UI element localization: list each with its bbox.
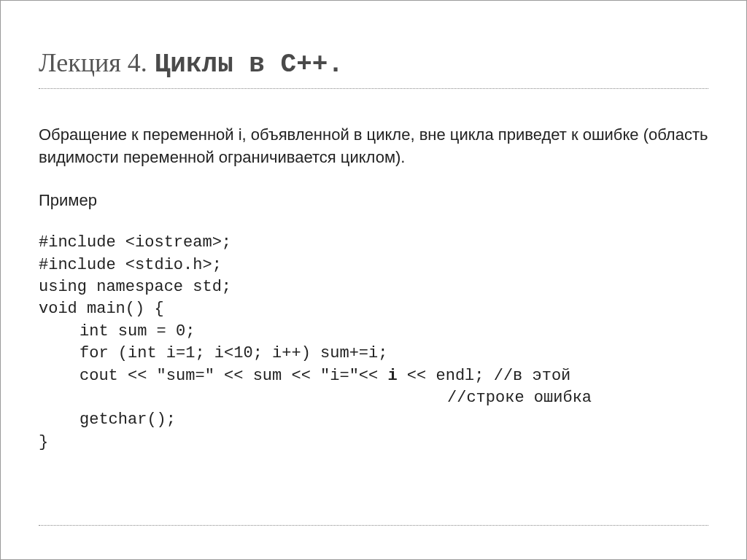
code-line-8: //строке ошибка: [39, 387, 592, 409]
code-line-7c: << endl; //в этой: [398, 367, 571, 385]
paragraph-text: Обращение к переменной i, объявленной в …: [39, 124, 708, 169]
code-block: #include <iostream>; #include <stdio.h>;…: [39, 232, 708, 454]
bottom-divider: [39, 525, 708, 526]
code-line-3: using namespace std;: [39, 278, 231, 296]
slide-content: Обращение к переменной i, объявленной в …: [39, 124, 708, 454]
code-line-2: #include <stdio.h>;: [39, 256, 222, 274]
title-lecture-number: Лекция 4.: [39, 47, 147, 78]
code-line-10: }: [39, 433, 48, 451]
code-line-7a: cout << "sum=" << sum << "i="<<: [39, 365, 387, 387]
code-line-6: for (int i=1; i<10; i++) sum+=i;: [39, 343, 387, 365]
slide: Лекция 4. Циклы в C++. Обращение к перем…: [0, 0, 747, 560]
code-line-7-bold-i: i: [387, 367, 397, 385]
slide-inner: Лекция 4. Циклы в C++. Обращение к перем…: [1, 1, 746, 454]
slide-title: Лекция 4. Циклы в C++.: [39, 47, 708, 89]
code-line-1: #include <iostream>;: [39, 233, 231, 252]
code-line-9: getchar();: [39, 409, 176, 431]
example-label: Пример: [39, 190, 708, 212]
code-line-4: void main() {: [39, 300, 164, 318]
code-line-5: int sum = 0;: [39, 321, 195, 343]
title-topic: Циклы в C++.: [155, 50, 344, 79]
